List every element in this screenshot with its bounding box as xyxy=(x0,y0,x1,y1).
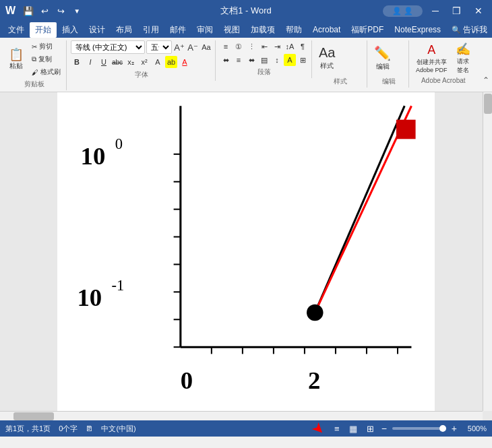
acrobat-label: Adobe Acrobat xyxy=(413,77,474,84)
shading-button[interactable]: A xyxy=(284,54,296,66)
svg-text:0: 0 xyxy=(115,135,123,152)
align-center-button[interactable]: ≡ xyxy=(233,54,245,66)
paragraph-row1: ≡ ① ⋮ ⇤ ⇥ ↕A ¶ xyxy=(220,40,309,53)
border-button[interactable]: ⊞ xyxy=(297,54,309,66)
multilevel-button[interactable]: ⋮ xyxy=(245,40,257,53)
zoom-slider[interactable] xyxy=(392,427,446,430)
zoom-minus[interactable]: − xyxy=(381,423,387,434)
subscript-button[interactable]: x₂ xyxy=(125,56,137,68)
menu-item-acrobat[interactable]: Acrobat xyxy=(307,23,346,36)
window-state-button[interactable]: ❒ xyxy=(448,4,465,18)
web-view-button[interactable]: ⊞ xyxy=(365,423,376,435)
chart-svg: 10 0 10 -1 0 2 xyxy=(71,99,421,402)
menu-item-review[interactable]: 审阅 xyxy=(191,22,218,38)
minimize-button[interactable]: ─ xyxy=(428,4,443,18)
close-button[interactable]: ✕ xyxy=(470,4,487,18)
menu-item-view[interactable]: 视图 xyxy=(218,22,245,38)
editing-content: ✏️ 编辑 xyxy=(371,40,394,75)
bullets-button[interactable]: ≡ xyxy=(220,40,232,53)
read-view-button[interactable]: ≡ xyxy=(332,423,342,435)
cut-label: 剪切 xyxy=(39,42,53,51)
word-app-icon: W xyxy=(5,5,16,17)
menu-item-file[interactable]: 文件 xyxy=(3,22,30,38)
redo-icon[interactable]: ↪ xyxy=(55,5,67,17)
title-right: 👤 👤 ─ ❒ ✕ xyxy=(383,4,487,18)
font-name-select[interactable]: 等线 (中文正文) xyxy=(71,40,145,54)
font-shrink-button[interactable]: A⁻ xyxy=(187,41,199,53)
title-center: 文档1 - Word xyxy=(220,5,272,17)
copy-icon: ⧉ xyxy=(32,55,36,63)
styles-gallery-button[interactable]: Aa 样式 xyxy=(316,40,338,75)
paste-button[interactable]: 📋 粘贴 xyxy=(5,42,27,77)
document-area: 10 0 10 -1 0 2 xyxy=(0,92,492,420)
menu-item-tellme[interactable]: 🔍告诉我 xyxy=(446,22,492,38)
create-pdf-button[interactable]: A 创建并共享Adobe PDF xyxy=(413,40,450,75)
copy-button[interactable]: ⧉ 复制 xyxy=(29,53,63,65)
horizontal-scrollbar[interactable] xyxy=(0,411,483,420)
vertical-scrollbar[interactable] xyxy=(483,92,492,411)
page-info: 第1页，共1页 xyxy=(5,424,51,434)
superscript-button[interactable]: x² xyxy=(138,56,150,68)
menu-item-references[interactable]: 引用 xyxy=(137,22,164,38)
undo-icon[interactable]: ↩ xyxy=(38,5,51,17)
format-painter-icon: 🖌 xyxy=(32,69,38,76)
italic-button[interactable]: I xyxy=(84,56,96,68)
copy-label: 复制 xyxy=(38,55,52,64)
print-view-button[interactable]: ▦ xyxy=(347,423,359,435)
format-painter-button[interactable]: 🖌 格式刷 xyxy=(29,66,63,78)
quick-access-more-icon[interactable]: ▼ xyxy=(71,5,83,17)
show-formatting-button[interactable]: ¶ xyxy=(297,40,309,53)
menu-item-foxitpdf[interactable]: 福昕PDF xyxy=(346,22,389,38)
menu-item-insert[interactable]: 插入 xyxy=(57,22,84,38)
ribbon-group-clipboard-content: 📋 粘贴 ✂ 剪切 ⧉ 复制 🖌 格式刷 xyxy=(5,40,63,78)
strikethrough-button[interactable]: abc xyxy=(111,56,123,68)
ribbon-collapse-button[interactable]: ⌃ xyxy=(483,75,489,85)
clear-format-button[interactable]: Aa xyxy=(200,41,212,53)
zoom-level[interactable]: 500% xyxy=(462,424,487,433)
request-sign-button[interactable]: ✍ 请求签名 xyxy=(452,40,474,75)
numbering-button[interactable]: ① xyxy=(233,40,245,53)
justify-button[interactable]: ▤ xyxy=(258,54,270,66)
svg-text:10: 10 xyxy=(81,142,106,170)
menu-item-noteexpress[interactable]: NoteExpress xyxy=(389,23,446,36)
paragraph-row2: ⬌ ≡ ⬌ ▤ ↕ A ⊞ xyxy=(220,54,309,66)
menu-item-home[interactable]: 开始 xyxy=(30,22,57,38)
save-icon[interactable]: 💾 xyxy=(22,5,34,17)
sort-button[interactable]: ↕A xyxy=(284,40,296,53)
font-size-select[interactable]: 五号 xyxy=(146,40,172,54)
highlight-button[interactable]: ab xyxy=(165,56,177,68)
cut-icon: ✂ xyxy=(32,43,37,51)
ribbon-group-clipboard: 📋 粘贴 ✂ 剪切 ⧉ 复制 🖌 格式刷 xyxy=(3,40,67,90)
format-painter-label: 格式刷 xyxy=(40,67,61,77)
underline-button[interactable]: U xyxy=(98,56,110,68)
svg-text:10: 10 xyxy=(77,284,102,311)
editing-label: 编辑 xyxy=(376,62,390,71)
menu-item-design[interactable]: 设计 xyxy=(84,22,111,38)
line-spacing-button[interactable]: ↕ xyxy=(271,54,283,66)
ribbon-row: 📋 粘贴 ✂ 剪切 ⧉ 复制 🖌 格式刷 xyxy=(0,40,492,90)
ribbon: 📋 粘贴 ✂ 剪切 ⧉ 复制 🖌 格式刷 xyxy=(0,38,492,92)
text-effects-button[interactable]: A xyxy=(152,56,164,68)
menu-item-mail[interactable]: 邮件 xyxy=(164,22,191,38)
menu-item-layout[interactable]: 布局 xyxy=(111,22,137,38)
decrease-indent-button[interactable]: ⇤ xyxy=(258,40,270,53)
editing-button[interactable]: ✏️ 编辑 xyxy=(371,40,394,75)
font-style-row: B I U abc x₂ x² A ab A xyxy=(71,56,191,68)
menu-bar: 文件 开始 插入 设计 布局 引用 邮件 审阅 视图 加载项 帮助 Acroba… xyxy=(0,22,492,38)
document-page: 10 0 10 -1 0 2 xyxy=(57,92,435,420)
menu-item-help[interactable]: 帮助 xyxy=(280,22,307,38)
acrobat-content: A 创建并共享Adobe PDF ✍ 请求签名 xyxy=(413,40,474,75)
cut-button[interactable]: ✂ 剪切 xyxy=(29,40,63,53)
bold-button[interactable]: B xyxy=(71,56,83,68)
styles-label: 样式 xyxy=(320,61,334,71)
request-sign-label: 请求签名 xyxy=(457,57,469,75)
font-color-button[interactable]: A xyxy=(179,56,191,68)
font-name-row: 等线 (中文正文) 五号 A⁺ A⁻ Aa xyxy=(71,40,212,54)
font-grow-button[interactable]: A⁺ xyxy=(173,41,185,53)
increase-indent-button[interactable]: ⇥ xyxy=(271,40,283,53)
arrow-indicator: ➤ xyxy=(307,418,328,439)
zoom-plus[interactable]: + xyxy=(452,423,457,434)
align-right-button[interactable]: ⬌ xyxy=(245,54,257,66)
align-left-button[interactable]: ⬌ xyxy=(220,54,232,66)
menu-item-addins[interactable]: 加载项 xyxy=(245,22,280,38)
